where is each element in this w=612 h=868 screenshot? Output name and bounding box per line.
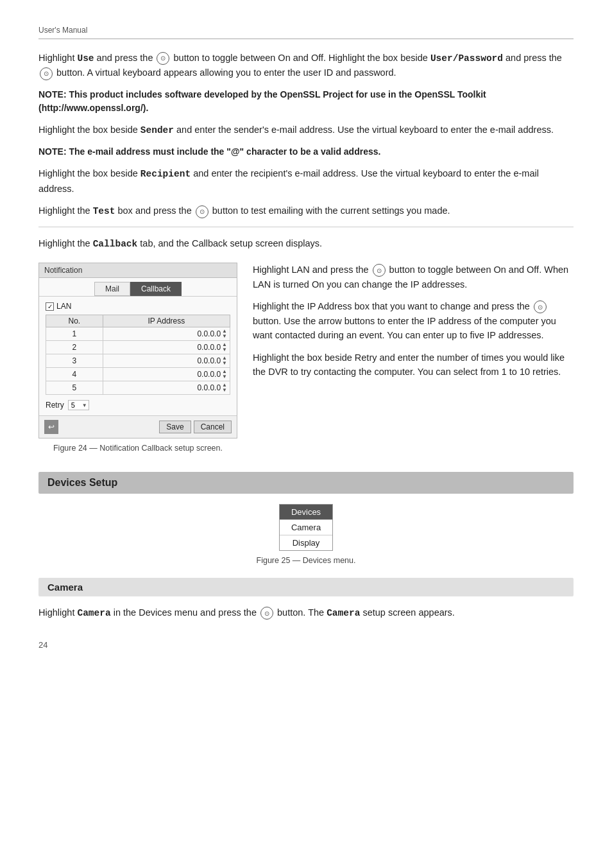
tab-mail[interactable]: Mail xyxy=(94,282,130,296)
paragraph-3: Highlight the box beside Recipient and e… xyxy=(38,166,574,196)
separator xyxy=(38,227,574,227)
ok-button-icon-5: ⊙ xyxy=(534,300,547,313)
retry-select[interactable]: 5 1 2 3 4 6 7 8 9 10 xyxy=(68,400,89,410)
cancel-button[interactable]: Cancel xyxy=(194,421,232,433)
table-row: 10.0.0.0▲▼ xyxy=(46,327,230,341)
right-column: Highlight LAN and press the ⊙ button to … xyxy=(253,263,574,456)
retry-row: Retry 5 1 2 3 4 6 7 8 9 xyxy=(46,400,230,410)
ip-table-body: 10.0.0.0▲▼20.0.0.0▲▼30.0.0.0▲▼40.0.0.0▲▼… xyxy=(46,327,230,395)
ip-address-keyword: IP Address xyxy=(307,301,352,311)
table-row: 20.0.0.0▲▼ xyxy=(46,341,230,354)
paragraph-callback-intro: Highlight the Callback tab, and the Call… xyxy=(38,236,574,251)
left-column: Notification Mail Callback ✓ LAN No. xyxy=(38,263,237,456)
row-no: 1 xyxy=(46,327,103,341)
row-ip[interactable]: 0.0.0.0▲▼ xyxy=(103,354,230,368)
two-column-layout: Notification Mail Callback ✓ LAN No. xyxy=(38,263,574,456)
figure24-caption: Figure 24 — Notification Callback setup … xyxy=(38,444,237,453)
spinner-arrows[interactable]: ▲▼ xyxy=(222,369,227,379)
ok-button-icon-6: ⊙ xyxy=(260,607,273,620)
paragraph-4: Highlight the Test box and press the ⊙ b… xyxy=(38,204,574,218)
ok-button-icon-3: ⊙ xyxy=(196,205,208,218)
lan-keyword: LAN xyxy=(291,265,309,275)
row-no: 2 xyxy=(46,341,103,354)
camera-paragraph: Highlight Camera in the Devices menu and… xyxy=(38,605,574,620)
right-p1: Highlight LAN and press the ⊙ button to … xyxy=(253,263,574,291)
ok-button-icon-2: ⊙ xyxy=(40,67,53,80)
retry-keyword: Retry xyxy=(355,352,377,363)
sender-keyword: Sender xyxy=(140,125,174,135)
lan-label: LAN xyxy=(56,302,71,311)
table-row: 50.0.0.0▲▼ xyxy=(46,381,230,395)
page-number: 24 xyxy=(38,640,574,650)
devices-menu-panel: Devices Camera Display xyxy=(279,504,333,551)
row-ip[interactable]: 0.0.0.0▲▼ xyxy=(103,368,230,381)
camera-keyword: Camera xyxy=(77,608,110,618)
camera-keyword-2: Camera xyxy=(327,608,360,618)
note-2: NOTE: The e-mail address must include th… xyxy=(38,145,574,159)
manual-title: User's Manual xyxy=(38,26,87,35)
header-bar: User's Manual xyxy=(38,26,574,39)
right-p3: Highlight the box beside Retry and enter… xyxy=(253,351,574,379)
retry-label: Retry xyxy=(46,401,64,410)
camera-section-header: Camera xyxy=(38,578,574,596)
row-no: 3 xyxy=(46,354,103,368)
table-row: 40.0.0.0▲▼ xyxy=(46,368,230,381)
figure25-caption: Figure 25 — Devices menu. xyxy=(38,556,574,565)
camera-title: Camera xyxy=(47,582,83,593)
notification-body: ✓ LAN No. IP Address 10.0.0.0▲▼20.0.0.0▲… xyxy=(39,297,237,415)
col-ip-header: IP Address xyxy=(103,315,230,327)
notification-panel: Notification Mail Callback ✓ LAN No. xyxy=(38,263,237,438)
user-password-keyword: User/Password xyxy=(430,53,503,64)
spinner-arrows[interactable]: ▲▼ xyxy=(222,342,227,352)
devices-setup-title: Devices Setup xyxy=(47,477,117,488)
tab-callback[interactable]: Callback xyxy=(130,282,182,296)
devices-menu-wrap: Devices Camera Display xyxy=(38,504,574,551)
callback-keyword: Callback xyxy=(93,239,138,249)
save-button[interactable]: Save xyxy=(159,421,191,433)
spinner-arrows[interactable]: ▲▼ xyxy=(222,329,227,339)
ok-button-icon-1: ⊙ xyxy=(157,52,169,65)
col-no-header: No. xyxy=(46,315,103,327)
spinner-arrows[interactable]: ▲▼ xyxy=(222,356,227,366)
retry-select-wrap: 5 1 2 3 4 6 7 8 9 10 xyxy=(68,400,89,410)
lan-checkbox[interactable]: ✓ xyxy=(46,302,54,311)
devices-menu-item-camera[interactable]: Camera xyxy=(280,520,332,535)
use-keyword: Use xyxy=(77,53,94,64)
row-ip[interactable]: 0.0.0.0▲▼ xyxy=(103,341,230,354)
back-button[interactable]: ↩ xyxy=(44,420,58,434)
row-no: 4 xyxy=(46,368,103,381)
note-1: NOTE: This product includes software dev… xyxy=(38,88,574,115)
devices-menu-item-display[interactable]: Display xyxy=(280,535,332,550)
row-ip[interactable]: 0.0.0.0▲▼ xyxy=(103,381,230,395)
recipient-keyword: Recipient xyxy=(140,169,191,179)
notification-tabs: Mail Callback xyxy=(39,278,237,297)
right-p2: Highlight the IP Address box that you wa… xyxy=(253,299,574,342)
ip-address-table: No. IP Address 10.0.0.0▲▼20.0.0.0▲▼30.0.… xyxy=(46,315,230,395)
devices-menu-item-devices[interactable]: Devices xyxy=(280,505,332,520)
devices-setup-header: Devices Setup xyxy=(38,472,574,494)
row-no: 5 xyxy=(46,381,103,395)
ok-button-icon-4: ⊙ xyxy=(373,264,386,277)
test-keyword: Test xyxy=(93,206,115,216)
row-ip[interactable]: 0.0.0.0▲▼ xyxy=(103,327,230,341)
notification-footer: ↩ Save Cancel xyxy=(39,415,237,438)
table-row: 30.0.0.0▲▼ xyxy=(46,354,230,368)
paragraph-1: Highlight Use and press the ⊙ button to … xyxy=(38,51,574,80)
footer-buttons: Save Cancel xyxy=(159,421,232,433)
lan-checkbox-row: ✓ LAN xyxy=(46,302,230,311)
paragraph-2: Highlight the box beside Sender and ente… xyxy=(38,123,574,137)
page: User's Manual Highlight Use and press th… xyxy=(0,0,612,868)
notification-panel-header: Notification xyxy=(39,263,237,278)
spinner-arrows[interactable]: ▲▼ xyxy=(222,383,227,393)
